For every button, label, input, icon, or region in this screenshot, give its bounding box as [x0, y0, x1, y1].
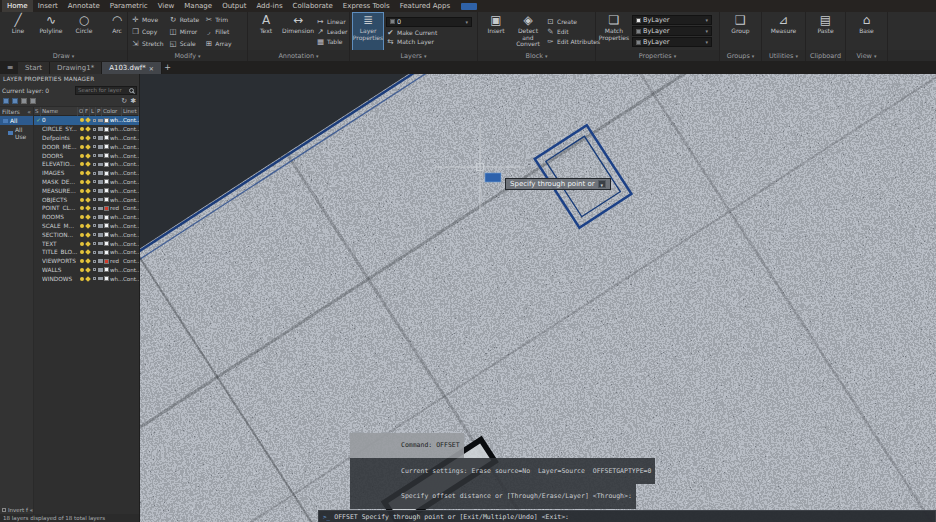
- panel-label-block[interactable]: Block▾: [478, 50, 595, 61]
- modify-tool-button[interactable]: ⇲ Stretch: [131, 37, 164, 49]
- annotation-row-button[interactable]: ↗ Leader: [316, 27, 348, 36]
- infocenter-icon[interactable]: [461, 3, 477, 10]
- layer-color-swatch[interactable]: [104, 188, 109, 193]
- new-property-filter-icon[interactable]: [3, 98, 9, 104]
- column-header[interactable]: S: [34, 107, 41, 116]
- layer-row[interactable]: VIEWPORTS red Cont...: [34, 257, 139, 266]
- new-tab-button[interactable]: +: [162, 62, 174, 74]
- layer-plot-icon[interactable]: [97, 152, 103, 159]
- annotation-row-button[interactable]: ▦ Table: [316, 37, 348, 46]
- layer-row[interactable]: ELEVATIO... wh... Cont...: [34, 160, 139, 169]
- layer-plot-icon[interactable]: [97, 258, 103, 265]
- layer-row[interactable]: ROOMS wh... Cont...: [34, 213, 139, 222]
- ribbon-tab[interactable]: Insert: [33, 0, 63, 12]
- layer-search-box[interactable]: [75, 86, 137, 95]
- ribbon-tab[interactable]: Annotate: [63, 0, 105, 12]
- layer-plot-icon[interactable]: [97, 134, 103, 141]
- modify-tool-button[interactable]: ↻ Rotate: [169, 13, 200, 25]
- layer-action-button[interactable]: ⇆ Match Layer: [386, 37, 472, 46]
- group-button[interactable]: ❑ Group: [726, 13, 756, 50]
- layer-row[interactable]: ✓ 0 wh... Cont...: [34, 116, 139, 125]
- layer-row[interactable]: IMAGES wh... Cont...: [34, 169, 139, 178]
- layer-plot-icon[interactable]: [97, 126, 103, 133]
- layer-row[interactable]: TEXT wh... Cont...: [34, 239, 139, 248]
- file-tab[interactable]: Start ✕: [18, 62, 50, 74]
- layer-plot-icon[interactable]: [97, 161, 103, 168]
- collapse-icon[interactable]: «: [27, 108, 31, 115]
- layer-color-swatch[interactable]: [104, 171, 109, 176]
- paste-button[interactable]: ▤ Paste: [811, 13, 841, 50]
- layer-row[interactable]: MEASURE... wh... Cont...: [34, 186, 139, 195]
- modify-tool-button[interactable]: ❐ Copy: [131, 25, 164, 37]
- layer-action-button[interactable]: ✔ Make Current: [386, 28, 472, 37]
- layer-dropdown[interactable]: 0 ▾: [386, 17, 472, 27]
- ribbon-tab[interactable]: Manage: [179, 0, 217, 12]
- layer-color-swatch[interactable]: [104, 127, 109, 132]
- viewcube[interactable]: TOP: [876, 79, 928, 133]
- layer-row[interactable]: MASK_DE... wh... Cont...: [34, 178, 139, 187]
- refresh-icon[interactable]: ↻: [121, 98, 127, 105]
- layer-color-swatch[interactable]: [104, 232, 109, 237]
- layer-color-swatch[interactable]: [104, 223, 109, 228]
- file-tab[interactable]: A103.dwf* ✕: [102, 62, 162, 74]
- modify-tool-button[interactable]: ◱ Scale: [169, 37, 200, 49]
- layer-states-icon[interactable]: [21, 98, 27, 104]
- layer-plot-icon[interactable]: [97, 143, 103, 150]
- property-dropdown[interactable]: ByLayer ▾: [632, 15, 712, 25]
- draw-tool-button[interactable]: ∿ Polyline: [36, 13, 66, 50]
- modify-tool-button[interactable]: ◫ Mirror: [169, 25, 200, 37]
- ribbon-tab[interactable]: Featured Apps: [395, 0, 455, 12]
- layer-row[interactable]: WINDOWS wh... Cont...: [34, 274, 139, 283]
- panel-label-layers[interactable]: Layers▾: [350, 50, 477, 61]
- file-tab[interactable]: Drawing1* ✕: [50, 62, 102, 74]
- layer-row[interactable]: POINT_CL... red Cont...: [34, 204, 139, 213]
- layer-color-swatch[interactable]: [104, 267, 109, 272]
- layer-plot-icon[interactable]: [97, 187, 103, 194]
- ribbon-tab[interactable]: Collaborate: [288, 0, 338, 12]
- block-row-button[interactable]: ✑ Edit Attributes: [546, 37, 600, 46]
- layer-color-swatch[interactable]: [104, 118, 109, 123]
- settings-icon[interactable]: ✱: [130, 98, 136, 105]
- modify-tool-button[interactable]: ◞ Fillet: [204, 25, 231, 37]
- draw-tool-button[interactable]: ╱ Line: [3, 13, 33, 50]
- block-row-button[interactable]: ⊡ Create: [546, 17, 600, 26]
- column-header[interactable]: Color: [102, 107, 122, 116]
- palette-title[interactable]: LAYER PROPERTIES MANAGER: [0, 74, 139, 84]
- layer-row[interactable]: TITLE_BLO... wh... Cont...: [34, 248, 139, 257]
- layer-plot-icon[interactable]: [97, 231, 103, 238]
- ribbon-tab[interactable]: Parametric: [105, 0, 153, 12]
- property-dropdown[interactable]: ByLayer ▾: [632, 37, 712, 47]
- block-tool-button[interactable]: ▣ Insert: [481, 13, 511, 50]
- drawing-canvas[interactable]: TOP Specify through point or ▾ Command: …: [140, 74, 936, 522]
- layer-color-swatch[interactable]: [104, 206, 109, 211]
- ribbon-tab[interactable]: Express Tools: [338, 0, 395, 12]
- layer-color-swatch[interactable]: [104, 276, 109, 281]
- layer-color-swatch[interactable]: [104, 215, 109, 220]
- layer-row[interactable]: DOORS wh... Cont...: [34, 151, 139, 160]
- property-dropdown[interactable]: ByLayer ▾: [632, 26, 712, 36]
- ribbon-tab[interactable]: View: [153, 0, 180, 12]
- layer-row[interactable]: SCALE_M... wh... Cont...: [34, 222, 139, 231]
- filter-tree-item[interactable]: All Use: [0, 125, 33, 141]
- layer-color-swatch[interactable]: [104, 197, 109, 202]
- layer-plot-icon[interactable]: [97, 240, 103, 247]
- layer-plot-icon[interactable]: [97, 178, 103, 185]
- block-row-button[interactable]: ✎ Edit: [546, 27, 600, 36]
- new-layer-icon[interactable]: [30, 98, 36, 104]
- layer-row[interactable]: SECTION... wh... Cont...: [34, 230, 139, 239]
- hamburger-icon[interactable]: ≡: [2, 61, 18, 74]
- layer-plot-icon[interactable]: [97, 214, 103, 221]
- panel-label-view[interactable]: View▾: [846, 50, 887, 61]
- annotation-row-button[interactable]: ↦ Linear: [316, 17, 348, 26]
- base-button[interactable]: ⌂ Base: [852, 13, 882, 50]
- panel-label-properties[interactable]: Properties▾: [596, 50, 719, 61]
- match-properties-button[interactable]: ❏ Match Properties: [599, 13, 629, 50]
- panel-label-annotation[interactable]: Annotation▾: [248, 50, 349, 61]
- command-input-bar[interactable]: >_ OFFSET Specify through point or [Exit…: [318, 510, 936, 522]
- invert-filter-checkbox[interactable]: Invert f «: [2, 507, 33, 513]
- measure-button[interactable]: ⊿ Measure: [769, 13, 799, 50]
- layer-color-swatch[interactable]: [104, 153, 109, 158]
- layer-plot-icon[interactable]: [97, 117, 103, 124]
- layer-plot-icon[interactable]: [97, 196, 103, 203]
- layer-row[interactable]: DOOR_ME... wh... Cont...: [34, 142, 139, 151]
